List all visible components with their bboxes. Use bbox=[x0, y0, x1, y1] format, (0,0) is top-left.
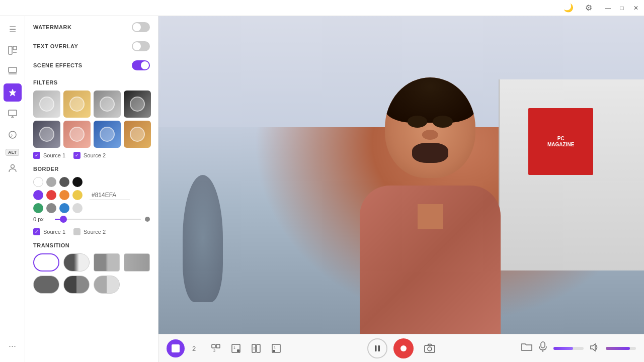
border-color-row2 bbox=[33, 203, 150, 213]
svg-rect-14 bbox=[216, 344, 220, 348]
sidebar-effects-icon[interactable] bbox=[4, 83, 22, 102]
scene-effects-toggle[interactable] bbox=[132, 60, 150, 70]
color-white[interactable] bbox=[33, 177, 43, 187]
color-transparent[interactable] bbox=[72, 203, 83, 213]
border-slider-thumb[interactable] bbox=[60, 216, 67, 223]
folder-icon[interactable] bbox=[521, 342, 532, 354]
text-overlay-toggle[interactable] bbox=[132, 41, 150, 51]
svg-rect-11 bbox=[172, 344, 180, 352]
color-orange[interactable] bbox=[59, 190, 69, 200]
svg-point-29 bbox=[428, 347, 432, 351]
svg-text:1: 1 bbox=[274, 345, 276, 349]
sidebar-menu-icon[interactable]: ☰ bbox=[4, 20, 22, 38]
layout-btn-6[interactable]: 1 bbox=[267, 339, 285, 357]
filter-thumb-3[interactable] bbox=[124, 90, 151, 118]
sidebar-layout2-icon[interactable] bbox=[4, 62, 22, 80]
filter-thumb-6[interactable] bbox=[94, 121, 121, 148]
volume-fill-1 bbox=[553, 347, 573, 350]
settings-icon[interactable]: ⚙ bbox=[582, 1, 596, 15]
video-preview: PCMAGAZINE bbox=[158, 16, 644, 334]
watermark-toggle[interactable] bbox=[132, 22, 150, 32]
svg-rect-3 bbox=[9, 67, 17, 72]
sidebar-audio-icon[interactable]: ♪ bbox=[4, 126, 22, 144]
svg-rect-5 bbox=[9, 110, 17, 116]
svg-rect-23 bbox=[273, 350, 275, 352]
volume-icon[interactable] bbox=[590, 343, 600, 354]
watermark-row: WATERMARK bbox=[33, 22, 150, 32]
svg-rect-20 bbox=[257, 344, 260, 352]
border-source2-checkbox[interactable]: Source 2 bbox=[73, 228, 106, 235]
filter-source2-label: Source 2 bbox=[84, 152, 106, 158]
pause-button[interactable] bbox=[367, 338, 387, 358]
layout-btn-5[interactable]: 2 bbox=[247, 339, 265, 357]
svg-text:2: 2 bbox=[253, 346, 255, 350]
filter-thumb-7[interactable] bbox=[124, 121, 151, 148]
sidebar-monitor-icon[interactable] bbox=[4, 105, 22, 123]
filter-grid bbox=[33, 90, 150, 148]
bottom-toolbar: 2 2 1 2 1 bbox=[158, 334, 644, 362]
maximize-button[interactable]: □ bbox=[618, 4, 626, 12]
text-overlay-row: TEXT OVERLAY bbox=[33, 41, 150, 51]
filter-thumb-2[interactable] bbox=[94, 90, 121, 118]
color-yellow[interactable] bbox=[72, 190, 83, 200]
sidebar-person-icon[interactable] bbox=[4, 159, 22, 177]
svg-text:1: 1 bbox=[233, 346, 235, 349]
border-slider-track[interactable] bbox=[55, 219, 141, 220]
filter-thumb-5[interactable] bbox=[63, 121, 91, 148]
color-green[interactable] bbox=[33, 203, 43, 213]
layout-btn-1[interactable] bbox=[167, 339, 185, 357]
color-red[interactable] bbox=[46, 190, 56, 200]
border-px-label: 0 px bbox=[33, 216, 51, 222]
transition-0[interactable] bbox=[33, 253, 59, 272]
color-black[interactable] bbox=[72, 177, 83, 187]
filter-source1-checkbox[interactable]: Source 1 bbox=[33, 152, 65, 159]
filter-source2-checkbox[interactable]: Source 2 bbox=[73, 152, 106, 159]
top-right-icons: 🌙 ⚙ bbox=[561, 1, 596, 15]
more-options-button[interactable]: ··· bbox=[5, 338, 21, 354]
border-source1-label: Source 1 bbox=[43, 229, 65, 235]
alt-badge[interactable]: ALT bbox=[6, 149, 19, 156]
transition-1[interactable] bbox=[63, 253, 90, 272]
filters-label: FILTERS bbox=[33, 79, 150, 85]
border-slider-row: 0 px bbox=[33, 216, 150, 222]
record-button[interactable] bbox=[393, 338, 414, 358]
sidebar-layout1-icon[interactable] bbox=[4, 41, 22, 59]
watermark-label: WATERMARK bbox=[33, 24, 71, 30]
minimize-button[interactable]: — bbox=[604, 4, 612, 12]
layout-btn-2[interactable]: 2 bbox=[187, 339, 205, 357]
close-button[interactable]: ✕ bbox=[632, 4, 640, 12]
scene-effects-label: SCENE EFFECTS bbox=[33, 62, 83, 68]
transition-5[interactable] bbox=[63, 276, 90, 294]
dark-mode-icon[interactable]: 🌙 bbox=[561, 1, 576, 15]
icon-sidebar: ☰ ♪ ALT ··· bbox=[0, 16, 25, 362]
color-lightgray[interactable] bbox=[46, 177, 56, 187]
border-slider-container bbox=[55, 219, 141, 220]
media-controls bbox=[367, 338, 440, 358]
master-volume-slider[interactable] bbox=[606, 347, 636, 350]
filter-thumb-4[interactable] bbox=[33, 121, 60, 148]
transition-3[interactable] bbox=[124, 253, 150, 272]
color-purple[interactable] bbox=[33, 190, 43, 200]
layout-btn-4[interactable]: 1 bbox=[227, 339, 245, 357]
scene-effects-row: SCENE EFFECTS bbox=[33, 60, 150, 70]
volume-control-1 bbox=[553, 347, 584, 350]
color-hex-input[interactable] bbox=[90, 191, 130, 200]
text-overlay-label: TEXT OVERLAY bbox=[33, 43, 78, 49]
volume-slider-1[interactable] bbox=[553, 347, 584, 350]
color-darkgray[interactable] bbox=[59, 177, 69, 187]
color-blue[interactable] bbox=[59, 203, 69, 213]
color-gray2[interactable] bbox=[46, 203, 56, 213]
svg-rect-30 bbox=[541, 342, 545, 348]
border-source1-checkbox[interactable]: Source 1 bbox=[33, 228, 65, 235]
microphone-icon[interactable] bbox=[538, 341, 547, 355]
svg-text:♪: ♪ bbox=[10, 132, 13, 138]
screenshot-button[interactable] bbox=[420, 338, 440, 358]
transition-4[interactable] bbox=[33, 276, 59, 294]
filter-thumb-0[interactable] bbox=[33, 90, 60, 118]
transition-2[interactable] bbox=[94, 253, 120, 272]
transition-6[interactable] bbox=[94, 276, 120, 294]
filter-thumb-1[interactable] bbox=[63, 90, 91, 118]
svg-text:2: 2 bbox=[192, 345, 196, 352]
border-grayscale-row bbox=[33, 177, 150, 187]
layout-btn-3[interactable]: 2 bbox=[207, 339, 225, 357]
